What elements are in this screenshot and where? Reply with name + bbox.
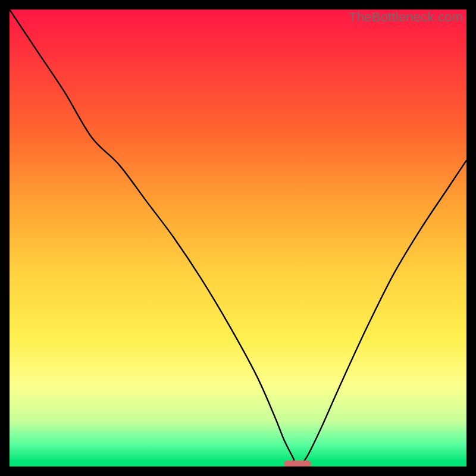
bottleneck-curve bbox=[10, 10, 466, 466]
curve-path bbox=[10, 10, 466, 466]
optimal-range-marker bbox=[284, 461, 311, 466]
plot-area: TheBottleneck.com bbox=[10, 10, 466, 466]
chart-frame: TheBottleneck.com bbox=[0, 0, 476, 476]
